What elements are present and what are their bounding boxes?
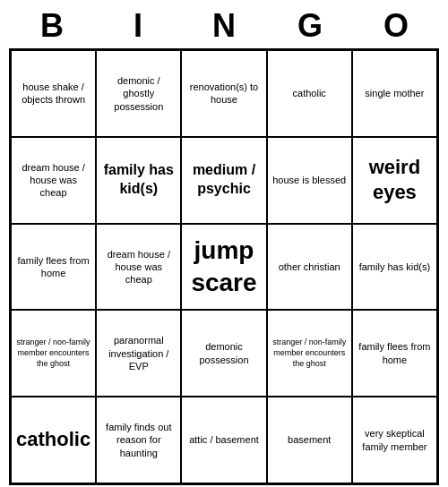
cell-text-r4-c1: family finds out reason for haunting: [100, 421, 177, 459]
cell-text-r2-c4: family has kid(s): [359, 261, 430, 273]
bingo-cell-r3-c3[interactable]: stranger / non-family member encounters …: [267, 310, 352, 397]
cell-text-r3-c1: paranormal investigation / EVP: [100, 334, 177, 372]
bingo-cell-r1-c0[interactable]: dream house / house was cheap: [11, 137, 96, 224]
cell-text-r3-c3: stranger / non-family member encounters …: [271, 337, 348, 369]
bingo-cell-r3-c4[interactable]: family flees from home: [352, 310, 437, 397]
bingo-cell-r1-c4[interactable]: weird eyes: [352, 137, 437, 224]
bingo-cell-r0-c0[interactable]: house shake / objects thrown: [11, 50, 96, 137]
bingo-cell-r4-c1[interactable]: family finds out reason for haunting: [96, 397, 181, 483]
bingo-cell-r2-c3[interactable]: other christian: [267, 224, 352, 311]
header-letter-o: O: [353, 7, 439, 45]
bingo-cell-r3-c1[interactable]: paranormal investigation / EVP: [96, 310, 181, 397]
cell-text-r4-c4: very skeptical family member: [357, 427, 433, 453]
cell-text-r2-c0: family flees from home: [15, 254, 91, 280]
bingo-cell-r2-c1[interactable]: dream house / house was cheap: [96, 224, 181, 311]
cell-text-r3-c2: demonic possession: [185, 340, 262, 366]
header-letter-g: G: [267, 7, 353, 45]
bingo-grid: house shake / objects throwndemonic / gh…: [9, 48, 439, 485]
bingo-cell-r0-c2[interactable]: renovation(s) to house: [181, 50, 266, 137]
cell-text-r0-c0: house shake / objects thrown: [15, 81, 91, 107]
cell-text-r4-c0: catholic: [16, 427, 90, 453]
cell-text-r2-c2: jump scare: [185, 235, 262, 300]
cell-text-r0-c3: catholic: [293, 87, 326, 99]
header-letter-n: N: [181, 7, 267, 45]
cell-text-r0-c4: single mother: [365, 87, 424, 99]
bingo-cell-r1-c3[interactable]: house is blessed: [267, 137, 352, 224]
header-letter-b: B: [9, 7, 95, 45]
cell-text-r1-c3: house is blessed: [272, 174, 346, 186]
cell-text-r0-c1: demonic / ghostly possession: [100, 74, 177, 113]
bingo-cell-r4-c3[interactable]: basement: [267, 397, 352, 483]
bingo-header: BINGO: [9, 7, 439, 45]
bingo-cell-r3-c0[interactable]: stranger / non-family member encounters …: [11, 310, 96, 397]
header-letter-i: I: [95, 7, 181, 45]
cell-text-r2-c3: other christian: [279, 261, 340, 273]
bingo-cell-r4-c2[interactable]: attic / basement: [181, 397, 266, 483]
bingo-cell-r2-c4[interactable]: family has kid(s): [352, 224, 437, 311]
cell-text-r2-c1: dream house / house was cheap: [100, 248, 177, 286]
bingo-cell-r1-c1[interactable]: family has kid(s): [96, 137, 181, 224]
cell-text-r3-c4: family flees from home: [357, 340, 433, 366]
bingo-cell-r3-c2[interactable]: demonic possession: [181, 310, 266, 397]
bingo-cell-r0-c4[interactable]: single mother: [352, 50, 437, 137]
bingo-cell-r2-c2[interactable]: jump scare: [181, 224, 266, 311]
cell-text-r4-c3: basement: [288, 433, 331, 446]
cell-text-r1-c4: weird eyes: [357, 155, 433, 206]
cell-text-r1-c2: medium / psychic: [185, 161, 262, 199]
cell-text-r4-c2: attic / basement: [189, 433, 259, 446]
bingo-cell-r4-c0[interactable]: catholic: [11, 397, 96, 483]
cell-text-r0-c2: renovation(s) to house: [185, 81, 262, 107]
cell-text-r1-c1: family has kid(s): [100, 161, 177, 199]
cell-text-r3-c0: stranger / non-family member encounters …: [15, 337, 91, 369]
bingo-cell-r0-c3[interactable]: catholic: [267, 50, 352, 137]
bingo-cell-r1-c2[interactable]: medium / psychic: [181, 137, 266, 224]
bingo-cell-r2-c0[interactable]: family flees from home: [11, 224, 96, 311]
bingo-cell-r4-c4[interactable]: very skeptical family member: [352, 397, 437, 483]
cell-text-r1-c0: dream house / house was cheap: [15, 161, 91, 200]
bingo-cell-r0-c1[interactable]: demonic / ghostly possession: [96, 50, 181, 137]
